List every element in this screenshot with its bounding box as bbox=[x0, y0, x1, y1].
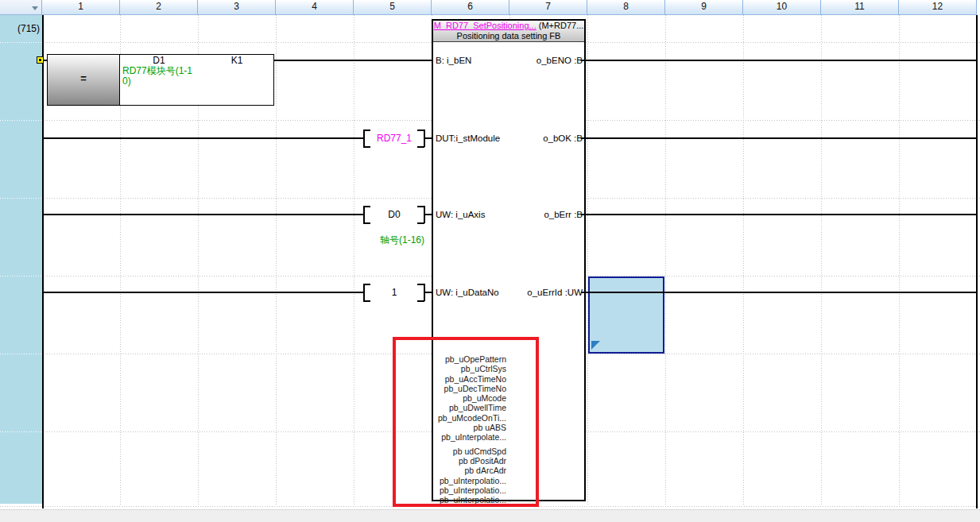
wire bbox=[42, 292, 363, 293]
grid-line bbox=[587, 15, 588, 506]
wire bbox=[274, 60, 436, 61]
operand-bracket bbox=[417, 146, 424, 148]
row-separator bbox=[0, 276, 42, 276]
operand-bracket bbox=[363, 300, 370, 302]
operand-bracket bbox=[363, 206, 370, 207]
column-header-12[interactable]: 12 bbox=[899, 0, 977, 15]
grid-line bbox=[665, 15, 666, 506]
grid-line bbox=[354, 15, 354, 506]
operand-bracket bbox=[417, 284, 424, 285]
fb-output-o-beno[interactable]: o_bENO :B bbox=[490, 54, 583, 67]
row-separator bbox=[0, 120, 42, 121]
operand-d1-comment: RD77模块号(1-10) bbox=[122, 66, 197, 87]
column-header-9[interactable]: 9 bbox=[665, 0, 743, 15]
selection-corner-icon bbox=[591, 341, 600, 350]
function-block-subtitle: Positioning data setting FB bbox=[433, 31, 584, 41]
fb-type-name: (M+RD77... bbox=[539, 21, 584, 30]
compare-operator: = bbox=[47, 72, 120, 84]
selected-cell[interactable] bbox=[588, 276, 664, 354]
step-margin bbox=[0, 15, 42, 504]
column-header-3[interactable]: 3 bbox=[198, 0, 276, 15]
column-header-11[interactable]: 11 bbox=[821, 0, 899, 15]
row-separator bbox=[0, 42, 42, 43]
column-header-2[interactable]: 2 bbox=[120, 0, 198, 15]
row-separator bbox=[0, 354, 42, 354]
chevron-down-icon[interactable] bbox=[32, 6, 38, 10]
wire bbox=[581, 60, 977, 61]
column-header-7[interactable]: 7 bbox=[509, 0, 587, 15]
operand-k1[interactable]: K1 bbox=[198, 55, 276, 66]
operand-1[interactable]: 1 bbox=[364, 286, 424, 299]
column-header-10[interactable]: 10 bbox=[743, 0, 821, 15]
row-separator bbox=[0, 198, 42, 199]
operand-bracket bbox=[417, 222, 424, 224]
column-header-8[interactable]: 8 bbox=[587, 0, 665, 15]
operand-bracket bbox=[417, 300, 424, 302]
fb-instance-name[interactable]: M_RD77_SetPositioning... bbox=[434, 21, 536, 30]
wire bbox=[42, 214, 363, 215]
operand-bracket bbox=[363, 222, 370, 224]
column-header-4[interactable]: 4 bbox=[276, 0, 354, 15]
row-separator bbox=[0, 431, 42, 432]
operand-d0-comment: 轴号(1-16) bbox=[380, 235, 436, 246]
fb-output-o-uerrid[interactable]: o_uErrId :UW bbox=[490, 286, 583, 299]
left-power-rail bbox=[42, 15, 44, 508]
connection-handle-icon[interactable] bbox=[37, 56, 44, 64]
fb-output-o-berr[interactable]: o_bErr :B bbox=[490, 208, 583, 221]
ladder-editor: 1 2 3 4 5 6 7 8 9 10 11 12 (715) = D1 RD… bbox=[0, 0, 980, 522]
operand-d0[interactable]: D0 bbox=[364, 208, 424, 221]
wire bbox=[581, 292, 977, 293]
grid-line bbox=[821, 15, 822, 506]
operand-d1[interactable]: D1 bbox=[120, 55, 198, 66]
operand-bracket bbox=[417, 130, 424, 131]
function-block-title: M_RD77_SetPositioning... (M+RD77... bbox=[433, 21, 584, 31]
operand-bracket bbox=[417, 206, 424, 207]
right-power-rail bbox=[976, 15, 978, 508]
operand-bracket bbox=[363, 284, 370, 285]
wire bbox=[42, 137, 363, 139]
column-header-1[interactable]: 1 bbox=[42, 0, 120, 15]
wire bbox=[581, 137, 977, 139]
grid-line bbox=[276, 15, 277, 506]
step-number: (715) bbox=[0, 22, 40, 35]
column-header-6[interactable]: 6 bbox=[432, 0, 509, 15]
header-corner-cell[interactable] bbox=[0, 0, 42, 15]
grid-line bbox=[743, 15, 744, 506]
operand-bracket bbox=[363, 146, 370, 148]
operand-bracket bbox=[363, 130, 370, 131]
annotation-rectangle bbox=[393, 337, 539, 507]
wire bbox=[581, 214, 977, 215]
column-header-5[interactable]: 5 bbox=[354, 0, 432, 15]
fb-output-o-bok[interactable]: o_bOK :B bbox=[490, 132, 583, 145]
grid-line bbox=[899, 15, 900, 506]
operand-rd77-1[interactable]: RD77_1 bbox=[364, 132, 424, 145]
bottom-scroll-area[interactable] bbox=[0, 509, 980, 522]
